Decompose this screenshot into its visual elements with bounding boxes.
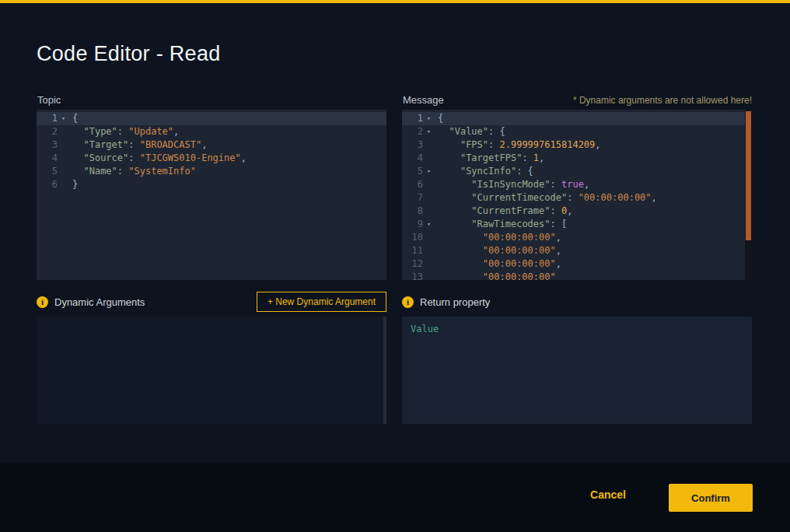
code-token: "Name" [83, 166, 117, 177]
code-token: "CurrentTimecode" [471, 192, 567, 203]
message-code-editor[interactable]: 1▾{2▾ "Value": {3 "FPS": 2.9999976158142… [402, 110, 752, 280]
code-token: "CurrentFrame" [471, 205, 550, 216]
line-number: 2 [402, 125, 423, 138]
fold-spacer [423, 257, 435, 271]
code-line[interactable]: 9▾ "RawTimecodes": [ [402, 218, 752, 231]
code-token: "SyncInfo" [460, 166, 516, 177]
fold-arrow-icon[interactable]: ▾ [423, 125, 435, 138]
gutter: 10 [402, 231, 438, 244]
line-number: 3 [402, 138, 423, 152]
return-property-input[interactable]: Value [402, 317, 752, 424]
line-number: 5 [402, 165, 423, 178]
gutter: 1▾ [402, 112, 438, 125]
line-number: 4 [37, 152, 58, 165]
code-line[interactable]: 6 "IsInSyncMode": true, [402, 178, 752, 191]
fold-spacer [423, 205, 435, 218]
code-token: { [438, 113, 443, 124]
line-number: 13 [402, 271, 423, 280]
code-line[interactable]: 5 "Name": "SystemInfo" [37, 165, 386, 178]
fold-arrow-icon[interactable]: ▾ [423, 165, 435, 178]
code-token: [ [561, 219, 567, 229]
code-line[interactable]: 3 "FPS": 2.999997615814209, [402, 138, 752, 152]
topic-code-editor[interactable]: 1▾{2 "Type": "Update",3 "Target": "BROAD… [37, 110, 386, 280]
code-token: 1 [533, 152, 539, 163]
page-title: Code Editor - Read [37, 42, 221, 66]
code-token: , [556, 258, 561, 269]
code-token: "FPS" [460, 139, 488, 150]
code-line[interactable]: 4 "Source": "TJCGWS010-Engine", [37, 152, 386, 165]
code-token: : [567, 192, 578, 203]
code-line[interactable]: 8 "CurrentFrame": 0, [402, 205, 752, 218]
code-token: , [556, 232, 561, 243]
code-text: "Type": "Update", [72, 125, 179, 138]
code-text: "Source": "TJCGWS010-Engine", [72, 152, 246, 165]
code-line[interactable]: 7 "CurrentTimecode": "00:00:00:00", [402, 191, 752, 205]
scrollbar-thumb[interactable] [746, 111, 751, 240]
code-line[interactable]: 4 "TargetFPS": 1, [402, 152, 752, 165]
code-token: : [522, 152, 533, 163]
code-token: "Type" [83, 126, 117, 137]
line-number: 9 [402, 218, 423, 231]
code-line[interactable]: 2 "Type": "Update", [37, 125, 386, 138]
line-number: 11 [402, 244, 423, 257]
code-line[interactable]: 5▾ "SyncInfo": { [402, 165, 752, 178]
code-line[interactable]: 6} [37, 178, 386, 191]
code-token: , [567, 205, 572, 216]
cancel-button[interactable]: Cancel [586, 488, 631, 502]
code-line[interactable]: 1▾{ [37, 112, 386, 125]
code-token: "00:00:00:00" [483, 245, 556, 256]
code-line[interactable]: 3 "Target": "BROADCAST", [37, 138, 386, 152]
fold-spacer [423, 138, 435, 152]
fold-spacer [58, 125, 69, 138]
line-number: 12 [402, 257, 423, 271]
code-text: "Value": { [438, 125, 505, 138]
code-line[interactable]: 10 "00:00:00:00", [402, 231, 752, 244]
line-number: 3 [37, 138, 58, 152]
fold-spacer [423, 231, 435, 244]
code-token: "00:00:00:00" [483, 271, 556, 280]
code-token: : [117, 126, 128, 137]
dynamic-arguments-note: * Dynamic arguments are not allowed here… [573, 95, 752, 106]
code-text: "RawTimecodes": [ [438, 218, 567, 231]
gutter: 2▾ [402, 125, 438, 138]
code-token: 2.999997615814209 [499, 139, 595, 150]
code-token: , [595, 139, 600, 150]
scrollbar-track[interactable] [745, 110, 752, 280]
line-number: 7 [402, 191, 423, 205]
code-lines: 1▾{2▾ "Value": {3 "FPS": 2.9999976158142… [402, 110, 752, 280]
code-token: "SystemInfo" [128, 166, 196, 177]
gutter: 9▾ [402, 218, 438, 231]
code-token: , [584, 179, 589, 190]
code-text: "IsInSyncMode": true, [438, 178, 589, 191]
code-token: "Source" [83, 152, 128, 163]
code-line[interactable]: 12 "00:00:00:00", [402, 257, 752, 271]
gutter: 6 [37, 178, 72, 191]
fold-arrow-icon[interactable]: ▾ [423, 218, 435, 231]
code-token: "Value" [449, 126, 488, 137]
code-text: "00:00:00:00", [438, 231, 561, 244]
confirm-button[interactable]: Confirm [669, 484, 753, 512]
line-number: 4 [402, 152, 423, 165]
info-icon[interactable]: i [37, 296, 48, 308]
fold-spacer [423, 191, 435, 205]
code-line[interactable]: 2▾ "Value": { [402, 125, 752, 138]
code-token: { [528, 166, 533, 177]
code-line[interactable]: 13 "00:00:00:00" [402, 271, 752, 280]
new-dynamic-argument-button[interactable]: + New Dynamic Argument [257, 292, 386, 312]
gutter: 4 [37, 152, 72, 165]
code-token: , [652, 192, 657, 203]
code-token: , [556, 245, 561, 256]
code-token: : [551, 179, 561, 190]
gutter: 5▾ [402, 165, 438, 178]
fold-arrow-icon[interactable]: ▾ [58, 112, 69, 125]
topic-label: Topic [37, 94, 61, 106]
code-line[interactable]: 1▾{ [402, 112, 752, 125]
gutter: 13 [402, 271, 438, 280]
gutter: 8 [402, 205, 438, 218]
code-line[interactable]: 11 "00:00:00:00", [402, 244, 752, 257]
code-token: { [72, 113, 78, 124]
gutter: 4 [402, 152, 438, 165]
info-icon[interactable]: i [402, 296, 414, 308]
fold-arrow-icon[interactable]: ▾ [423, 112, 435, 125]
gutter: 12 [402, 257, 438, 271]
